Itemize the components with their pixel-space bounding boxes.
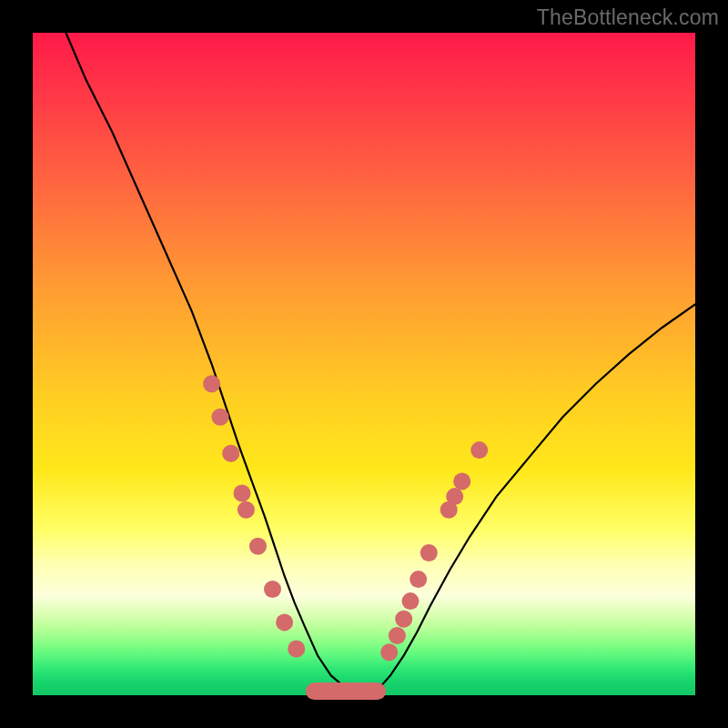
marker-right (395, 611, 412, 628)
marker-left (212, 409, 229, 426)
watermark-text: TheBottleneck.com (537, 5, 719, 30)
marker-right (470, 441, 488, 459)
data-markers (203, 375, 488, 700)
marker-right (453, 472, 470, 490)
marker-left (249, 538, 267, 555)
marker-right (389, 627, 406, 644)
plot-area (33, 33, 695, 695)
marker-right (420, 544, 438, 561)
marker-left (222, 445, 239, 462)
marker-left (288, 641, 305, 658)
marker-right (380, 643, 398, 661)
chart-svg (33, 33, 695, 695)
marker-right (410, 571, 427, 588)
marker-left (238, 501, 255, 519)
chart-frame: TheBottleneck.com (0, 0, 728, 728)
marker-left (276, 613, 293, 631)
marker-right (402, 592, 420, 610)
valley-pill (306, 682, 386, 700)
marker-left (234, 485, 251, 502)
marker-right (446, 488, 463, 505)
marker-left (264, 581, 281, 598)
bottleneck-curve (66, 33, 695, 693)
marker-left (203, 375, 220, 392)
